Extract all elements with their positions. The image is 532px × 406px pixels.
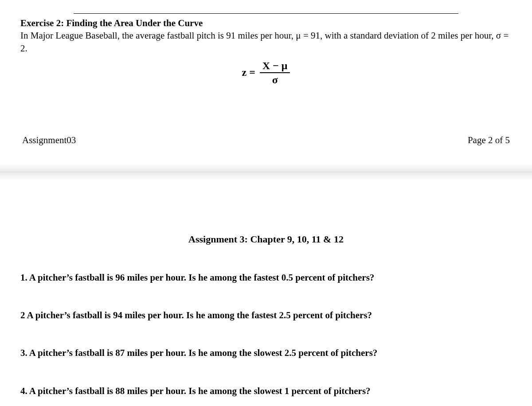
page-break <box>0 164 532 180</box>
assignment-header: Assignment 3: Chapter 9, 10, 11 & 12 <box>20 234 512 245</box>
page-bottom-section: Assignment 3: Chapter 9, 10, 11 & 12 1. … <box>0 180 532 397</box>
page-top-section: Exercise 2: Finding the Area Under the C… <box>0 0 532 146</box>
formula-denominator: σ <box>260 73 290 86</box>
page-footer: Assignment03 Page 2 of 5 <box>20 135 512 146</box>
question-1: 1. A pitcher’s fastball is 96 miles per … <box>20 272 512 284</box>
footer-left: Assignment03 <box>22 135 76 146</box>
exercise-block: Exercise 2: Finding the Area Under the C… <box>20 17 512 55</box>
exercise-body: In Major League Baseball, the average fa… <box>20 30 509 53</box>
formula-fraction: X − μ σ <box>260 60 290 86</box>
formula-numerator: X − μ <box>260 60 290 73</box>
question-2: 2 A pitcher’s fastball is 94 miles per h… <box>20 309 512 321</box>
question-3: 3. A pitcher’s fastball is 87 miles per … <box>20 347 512 359</box>
exercise-title: Exercise 2: Finding the Area Under the C… <box>20 18 203 28</box>
question-4: 4. A pitcher’s fastball is 88 miles per … <box>20 385 512 397</box>
top-rule <box>74 13 458 14</box>
formula-lhs: z = <box>242 66 255 79</box>
z-score-formula: z = X − μ σ <box>20 60 512 86</box>
footer-right: Page 2 of 5 <box>468 135 510 146</box>
